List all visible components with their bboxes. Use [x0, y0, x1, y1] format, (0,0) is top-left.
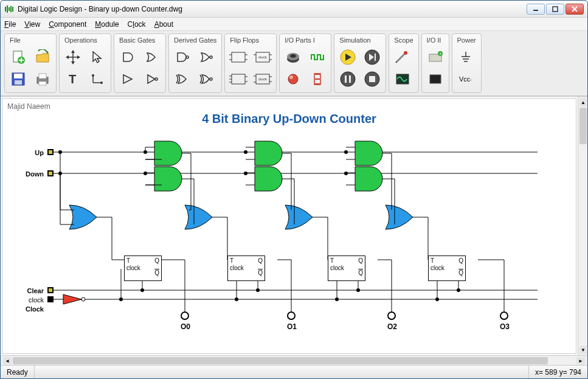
design-canvas[interactable]: Majid Naeem 4 Bit Binary Up-Down Counter… [2, 98, 576, 354]
svg-rect-6 [553, 7, 558, 12]
svg-rect-75 [345, 75, 347, 83]
svg-marker-22 [71, 50, 75, 53]
canvas-area: Majid Naeem 4 Bit Binary Up-Down Counter… [1, 96, 587, 355]
svg-text:clock: clock [258, 55, 268, 59]
svg-point-62 [290, 54, 296, 58]
and-gate-button[interactable] [117, 46, 139, 68]
svg-rect-16 [15, 80, 22, 85]
flipflop-1[interactable]: TclockQQ [227, 256, 265, 281]
output-o1[interactable] [287, 311, 296, 320]
scroll-down-arrow[interactable]: ▼ [579, 346, 587, 354]
toolgroup-io1-label: I/O Parts I [282, 35, 328, 46]
window-title: Digital Logic Design - Binary up-down Co… [18, 5, 527, 13]
move-tool-button[interactable] [62, 46, 84, 68]
flipflop-2[interactable]: TclockQQ [328, 256, 365, 281]
scroll-right-arrow[interactable]: ► [576, 357, 585, 364]
svg-rect-0 [5, 7, 6, 12]
ground-button[interactable] [455, 46, 477, 68]
save-button[interactable] [7, 68, 29, 90]
svg-text:clock: clock [258, 77, 268, 81]
scope-button[interactable] [392, 68, 413, 90]
menu-view[interactable]: View [24, 20, 40, 29]
open-file-button[interactable] [32, 46, 54, 68]
or-gate-button[interactable] [141, 46, 163, 68]
jkff-button[interactable] [227, 68, 249, 90]
menu-module[interactable]: Module [95, 20, 119, 29]
toolgroup-simulation-label: Simulation [337, 35, 383, 46]
svg-rect-4 [12, 7, 13, 12]
output-o2[interactable] [387, 311, 396, 320]
display-button[interactable] [424, 68, 446, 90]
scroll-left-arrow[interactable]: ◄ [3, 357, 12, 364]
xnor-gate-button[interactable] [196, 68, 218, 90]
wire-tool-button[interactable] [86, 68, 108, 90]
led-button[interactable] [282, 68, 304, 90]
menu-about[interactable]: About [154, 20, 173, 29]
step-button[interactable] [361, 46, 383, 68]
vscroll-thumb[interactable] [579, 108, 587, 144]
dff-button[interactable] [227, 46, 249, 68]
svg-marker-23 [71, 61, 75, 64]
vcc-button[interactable]: Vcc- [455, 68, 477, 90]
select-tool-button[interactable] [86, 46, 108, 68]
vertical-scrollbar[interactable]: ▲ ▼ [578, 97, 587, 355]
toolgroup-power: Power Vcc- [452, 33, 482, 93]
nor-gate-button[interactable] [196, 46, 218, 68]
xor-gate-button[interactable] [171, 68, 193, 90]
play-button[interactable] [337, 46, 359, 68]
probe-button[interactable] [392, 46, 413, 68]
close-button[interactable] [566, 4, 584, 15]
o1-label: O1 [283, 322, 301, 331]
print-button[interactable] [32, 68, 54, 90]
seven-seg-button[interactable] [306, 68, 328, 90]
svg-rect-15 [14, 74, 22, 78]
svg-point-165 [356, 288, 360, 292]
text-tool-button[interactable]: T [62, 68, 84, 90]
keyboard-button[interactable]: + [424, 46, 446, 68]
svg-point-37 [210, 78, 212, 80]
svg-point-161 [244, 172, 247, 175]
menu-clock[interactable]: Clock [128, 20, 146, 29]
svg-line-81 [396, 61, 397, 63]
output-o3[interactable] [500, 311, 508, 320]
svg-point-167 [119, 297, 123, 301]
scroll-up-arrow[interactable]: ▲ [579, 98, 587, 106]
pushbutton-button[interactable] [282, 46, 304, 68]
svg-rect-78 [369, 76, 375, 82]
titlebar: Digital Logic Design - Binary up-down Co… [1, 1, 587, 18]
svg-point-34 [155, 78, 157, 80]
clock-source-button[interactable] [306, 46, 328, 68]
flipflop-3[interactable]: TclockQQ [428, 256, 466, 281]
toolgroup-io1: I/O Parts I [279, 33, 331, 93]
svg-point-64 [289, 75, 293, 79]
pause-button[interactable] [337, 68, 359, 90]
new-file-button[interactable] [7, 46, 29, 68]
minimize-button[interactable] [527, 4, 545, 15]
srff-button[interactable]: clock [252, 68, 274, 90]
menu-component[interactable]: Component [49, 20, 86, 29]
menu-file[interactable]: File [4, 20, 16, 29]
app-icon [4, 4, 14, 14]
nand-gate-button[interactable] [171, 46, 193, 68]
menubar: File View Component Module Clock About [1, 18, 587, 31]
buffer-gate-button[interactable] [117, 68, 139, 90]
output-o0[interactable] [181, 311, 189, 320]
not-gate-button[interactable] [141, 68, 163, 90]
svg-point-159 [58, 172, 62, 175]
svg-rect-73 [375, 54, 376, 61]
svg-point-36 [210, 56, 212, 58]
svg-rect-18 [39, 74, 46, 78]
horizontal-scrollbar[interactable]: ◄ ► [2, 355, 586, 365]
hscroll-thumb[interactable] [13, 357, 548, 364]
svg-point-96 [81, 297, 85, 301]
svg-point-170 [435, 297, 439, 301]
tff-button[interactable]: clock [252, 46, 274, 68]
stop-button[interactable] [361, 68, 383, 90]
flipflop-0[interactable]: TclockQQ [124, 256, 162, 281]
status-ready: Ready [1, 366, 35, 378]
svg-point-155 [58, 150, 62, 154]
o0-label: O0 [176, 322, 195, 331]
maximize-button[interactable] [546, 4, 564, 15]
svg-point-164 [256, 288, 260, 292]
circuit-svg [2, 99, 562, 330]
